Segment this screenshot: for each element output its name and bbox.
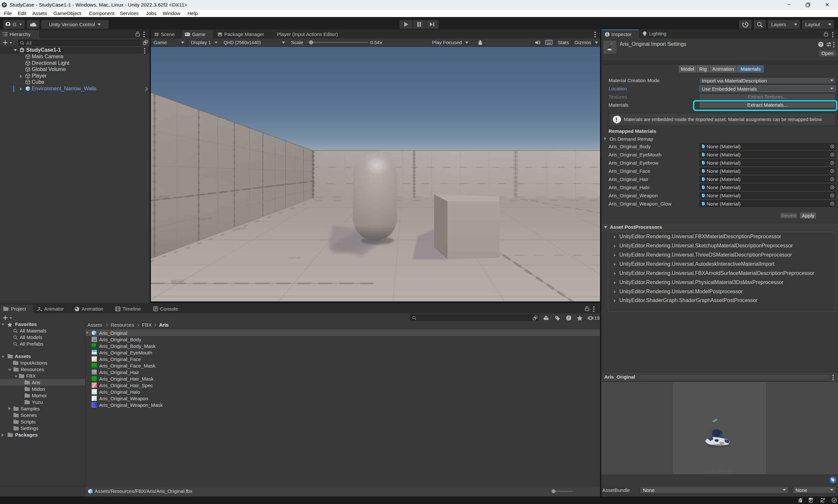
svg-text:1METER: 1METER (171, 280, 184, 283)
svg-text:1METER: 1METER (155, 195, 170, 199)
svg-text:1METER: 1METER (288, 256, 301, 259)
